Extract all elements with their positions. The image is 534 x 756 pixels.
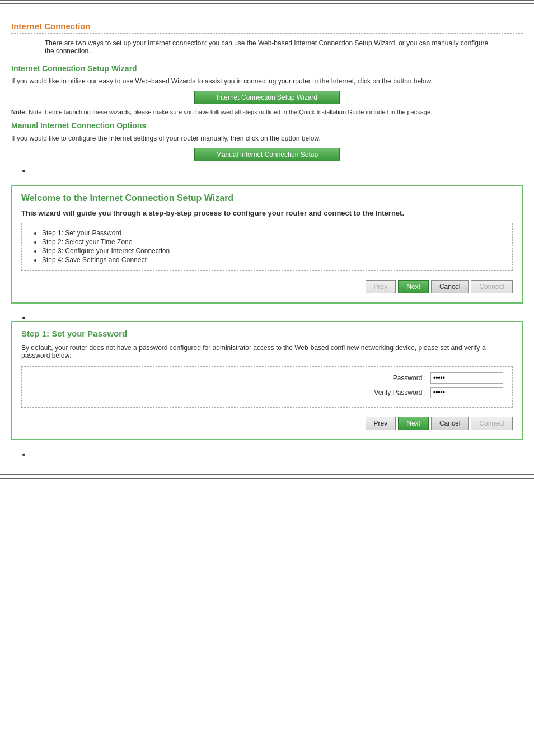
verify-password-input[interactable] bbox=[430, 387, 503, 398]
step-3-item: Step 3: Configure your Internet Connecti… bbox=[42, 247, 503, 255]
wizard-subtitle: This wizard will guide you through a ste… bbox=[21, 209, 513, 217]
wizard-title: Internet Connection Setup Wizard bbox=[11, 64, 523, 73]
manual-button[interactable]: Manual Internet Connection Setup bbox=[194, 148, 340, 161]
section-divider bbox=[11, 33, 523, 34]
steps-box: Step 1: Set your Password Step 2: Select… bbox=[21, 223, 513, 271]
step1-cancel-button[interactable]: Cancel bbox=[431, 417, 469, 430]
wizard-note: Note: Note: before launching these wizar… bbox=[11, 109, 523, 115]
main-content: Internet Connection There are two ways t… bbox=[0, 16, 534, 463]
password-form-box: Password : Verify Password : bbox=[21, 366, 513, 408]
page-wrapper: Internet Connection There are two ways t… bbox=[0, 0, 534, 479]
verify-password-row: Verify Password : bbox=[31, 387, 503, 398]
password-label: Password : bbox=[353, 374, 426, 382]
bottom-bar bbox=[0, 474, 534, 479]
welcome-section: Welcome to the Internet Connection Setup… bbox=[11, 185, 523, 304]
step1-description: By default, your router does not have a … bbox=[21, 344, 513, 360]
step1-prev-button[interactable]: Prev bbox=[366, 417, 396, 430]
manual-description: If you would like to configure the Inter… bbox=[11, 134, 523, 142]
step1-next-button[interactable]: Next bbox=[398, 417, 429, 430]
welcome-connect-button[interactable]: Connect bbox=[471, 280, 513, 293]
wizard-subsection: Internet Connection Setup Wizard If you … bbox=[11, 64, 523, 115]
step1-connect-button[interactable]: Connect bbox=[471, 417, 513, 430]
welcome-title: Welcome to the Internet Connection Setup… bbox=[21, 193, 513, 203]
intro-text: There are two ways to set up your Intern… bbox=[45, 39, 489, 55]
wizard-description: If you would like to utilize our easy to… bbox=[11, 77, 523, 85]
step1-title: Step 1: Set your Password bbox=[21, 329, 513, 338]
bullet-list-3 bbox=[11, 449, 523, 458]
password-input[interactable] bbox=[430, 372, 503, 384]
bullet-list bbox=[11, 166, 523, 174]
manual-title: Manual Internet Connection Options bbox=[11, 121, 523, 130]
step-4-item: Step 4: Save Settings and Connect bbox=[42, 256, 503, 264]
welcome-cancel-button[interactable]: Cancel bbox=[431, 280, 469, 293]
bullet-item-2 bbox=[22, 312, 523, 321]
bullet-item-1 bbox=[22, 166, 523, 174]
step1-button-row: Prev Next Cancel Connect bbox=[21, 414, 513, 432]
bullet-item-3 bbox=[22, 449, 523, 458]
internet-connection-title: Internet Connection bbox=[11, 21, 523, 31]
welcome-button-row: Prev Next Cancel Connect bbox=[21, 278, 513, 296]
bullet-list-2 bbox=[11, 312, 523, 321]
step1-section: Step 1: Set your Password By default, yo… bbox=[11, 321, 523, 440]
step-2-item: Step 2: Select your Time Zone bbox=[42, 238, 503, 246]
password-row: Password : bbox=[31, 372, 503, 384]
welcome-prev-button[interactable]: Prev bbox=[366, 280, 396, 293]
internet-connection-section: Internet Connection There are two ways t… bbox=[11, 21, 523, 174]
welcome-next-button[interactable]: Next bbox=[398, 280, 429, 293]
manual-subsection: Manual Internet Connection Options If yo… bbox=[11, 121, 523, 161]
top-bar bbox=[0, 0, 534, 4]
verify-password-label: Verify Password : bbox=[353, 389, 426, 396]
steps-list: Step 1: Set your Password Step 2: Select… bbox=[31, 229, 503, 264]
wizard-button[interactable]: Internet Connection Setup Wizard bbox=[194, 91, 340, 104]
step-1-item: Step 1: Set your Password bbox=[42, 229, 503, 237]
